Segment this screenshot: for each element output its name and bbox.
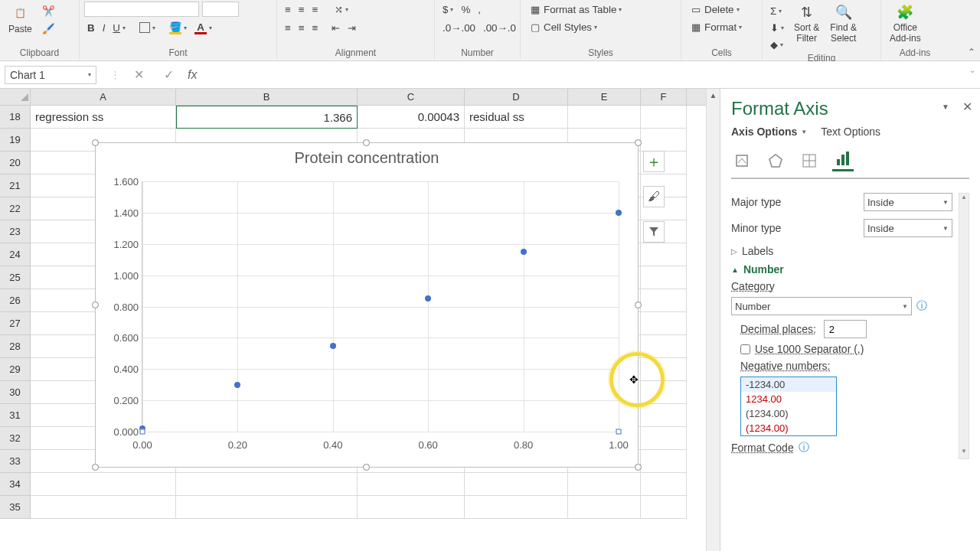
cell-E34[interactable]	[568, 473, 641, 496]
embedded-chart[interactable]: Protein concentration0.0000.2000.4000.60…	[95, 142, 639, 468]
name-box[interactable]: Chart 1 ▾	[5, 66, 96, 84]
increase-decimal-button[interactable]: .0→.00	[439, 20, 479, 36]
comma-button[interactable]: ,	[475, 2, 484, 18]
cell-F34[interactable]	[641, 473, 687, 496]
cell-F24[interactable]	[641, 243, 687, 266]
clear-button[interactable]: ◆▾	[767, 37, 787, 53]
axis-selection-handle[interactable]	[140, 429, 145, 435]
data-point[interactable]	[521, 249, 527, 255]
col-header-B[interactable]: B	[176, 89, 358, 105]
fill-button[interactable]: ⬇▾	[767, 20, 787, 36]
row-header-34[interactable]: 34	[0, 473, 31, 496]
select-all-corner[interactable]	[0, 89, 31, 105]
row-header-19[interactable]: 19	[0, 129, 31, 152]
cell-C35[interactable]	[358, 496, 465, 519]
name-box-dropdown-icon[interactable]: ▾	[88, 71, 91, 78]
cell-F30[interactable]	[641, 381, 687, 404]
fx-icon[interactable]: fx	[188, 68, 197, 82]
cell-B34[interactable]	[176, 473, 358, 496]
chart-handle-bm[interactable]	[363, 464, 370, 471]
chart-handle-tl[interactable]	[92, 139, 99, 146]
row-header-23[interactable]: 23	[0, 220, 31, 243]
align-middle-button[interactable]: ≡	[296, 2, 308, 18]
autosum-button[interactable]: Σ▾	[767, 3, 787, 19]
col-header-A[interactable]: A	[31, 89, 176, 105]
row-header-29[interactable]: 29	[0, 358, 31, 381]
text-options-tab[interactable]: Text Options	[821, 126, 880, 141]
cell-F19[interactable]	[641, 129, 687, 152]
cell-D35[interactable]	[465, 496, 568, 519]
negative-numbers-list[interactable]: -1234.00 1234.00 (1234.00) (1234.00)	[740, 377, 837, 436]
cell-F35[interactable]	[641, 496, 687, 519]
category-select[interactable]: Number▼	[731, 297, 912, 315]
row-header-26[interactable]: 26	[0, 289, 31, 312]
cell-E35[interactable]	[568, 496, 641, 519]
axis-options-tab[interactable]: Axis Options ▼	[731, 126, 807, 141]
border-button[interactable]: ▾	[136, 20, 158, 35]
data-point[interactable]	[234, 382, 240, 388]
cell-D34[interactable]	[465, 473, 568, 496]
row-header-31[interactable]: 31	[0, 404, 31, 427]
fill-color-button[interactable]: 🪣▾	[166, 19, 190, 36]
cell-A34[interactable]	[31, 473, 176, 496]
worksheet[interactable]: ABCDEF18regression ss1.3660.00043residua…	[0, 89, 706, 551]
cut-button[interactable]: ✂️	[39, 3, 57, 20]
cell-C34[interactable]	[358, 473, 465, 496]
neg-option-0[interactable]: -1234.00	[741, 377, 836, 392]
formula-bar-expand[interactable]: ⌄	[969, 66, 975, 74]
effects-icon[interactable]	[765, 150, 786, 171]
cell-B18[interactable]: 1.366	[176, 106, 358, 129]
percent-button[interactable]: %	[458, 2, 473, 18]
cell-F27[interactable]	[641, 312, 687, 335]
pane-options-dropdown[interactable]: ▼	[942, 103, 949, 111]
row-header-30[interactable]: 30	[0, 381, 31, 404]
chart-filters-button[interactable]	[643, 221, 665, 243]
currency-button[interactable]: $▾	[439, 2, 456, 18]
decimal-places-input[interactable]	[824, 320, 867, 338]
row-header-32[interactable]: 32	[0, 427, 31, 450]
font-color-button[interactable]: A▾	[191, 19, 215, 36]
row-header-22[interactable]: 22	[0, 197, 31, 220]
col-header-C[interactable]: C	[358, 89, 465, 105]
row-header-24[interactable]: 24	[0, 243, 31, 266]
cell-A35[interactable]	[31, 496, 176, 519]
cell-E18[interactable]	[568, 106, 641, 129]
pane-close-button[interactable]: ✕	[962, 99, 972, 114]
category-help-icon[interactable]: ⓘ	[916, 299, 927, 313]
office-addins-button[interactable]: 🧩Office Add-ins	[886, 2, 925, 46]
col-header-F[interactable]: F	[641, 89, 687, 105]
chart-styles-button[interactable]: 🖌	[643, 186, 665, 207]
delete-cells-button[interactable]: ▭Delete▾	[686, 2, 757, 18]
align-bottom-button[interactable]: ≡	[309, 2, 322, 18]
plot-area[interactable]: 0.0000.2000.4000.6000.8001.0001.2001.400…	[142, 181, 619, 432]
align-top-button[interactable]: ≡	[282, 2, 294, 18]
align-right-button[interactable]: ≡	[309, 20, 322, 36]
neg-option-2[interactable]: (1234.00)	[741, 406, 836, 421]
vertical-scrollbar[interactable]: ▲	[706, 89, 720, 551]
italic-button[interactable]: I	[100, 20, 109, 36]
cell-D18[interactable]: residual ss	[465, 106, 568, 129]
row-header-21[interactable]: 21	[0, 174, 31, 197]
cell-B35[interactable]	[176, 496, 358, 519]
format-as-table-button[interactable]: ▦Format as Table▾	[525, 2, 676, 18]
cell-F33[interactable]	[641, 450, 687, 473]
align-center-button[interactable]: ≡	[296, 20, 308, 36]
cell-C18[interactable]: 0.00043	[358, 106, 465, 129]
major-type-select[interactable]: Inside▼	[864, 193, 952, 211]
col-header-E[interactable]: E	[568, 89, 641, 105]
enter-formula-button[interactable]: ✓	[158, 66, 180, 83]
find-select-button[interactable]: 🔍Find & Select	[826, 2, 861, 46]
fill-line-icon[interactable]	[731, 150, 753, 171]
align-left-button[interactable]: ≡	[282, 20, 294, 36]
chart-elements-button[interactable]: ＋	[643, 151, 665, 172]
row-header-28[interactable]: 28	[0, 335, 31, 358]
chart-handle-bl[interactable]	[92, 464, 99, 471]
data-point[interactable]	[616, 210, 622, 216]
bold-button[interactable]: B	[84, 20, 98, 36]
size-properties-icon[interactable]	[799, 150, 820, 171]
row-header-25[interactable]: 25	[0, 266, 31, 289]
axis-selection-handle[interactable]	[616, 429, 622, 435]
axis-options-icon[interactable]	[832, 150, 854, 171]
paste-button[interactable]: 📋 Paste	[5, 2, 36, 37]
neg-option-1[interactable]: 1234.00	[741, 392, 836, 406]
